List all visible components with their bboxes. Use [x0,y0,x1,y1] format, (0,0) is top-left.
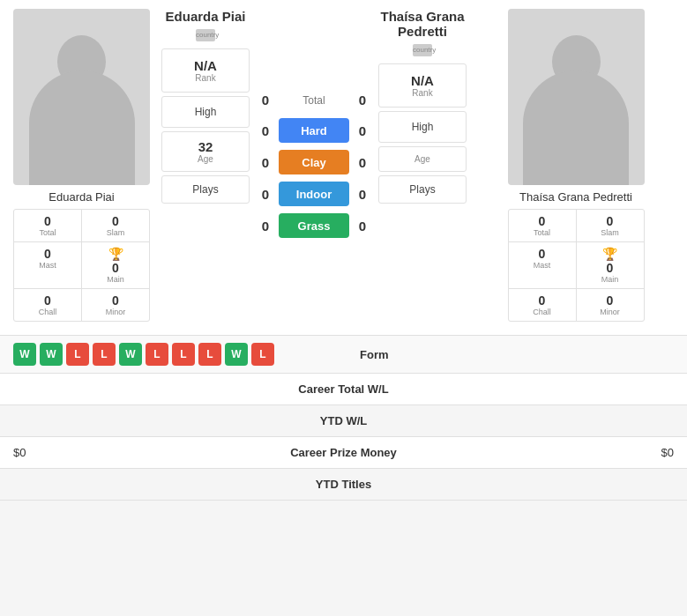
prize-money-row: $0 Career Prize Money $0 [0,437,687,469]
p2-minor-lbl: Minor [579,308,641,316]
indoor-row: 0 Indoor 0 [257,182,371,206]
p2-total-val: 0 [512,214,573,228]
p1-mast-lbl: Mast [17,261,78,270]
p1-mast-val: 0 [17,247,78,261]
grass-row: 0 Grass 0 [257,213,371,238]
p1-slam-cell: 0 Slam [82,210,149,241]
player1-rank-lbl: Rank [167,73,244,83]
player2-photo-col: Thaísa Grana Pedretti 0 Total 0 Slam 0 M… [474,9,678,322]
player1-age-box: 32 Age [161,131,250,172]
career-total-center: Career Total W/L [234,382,454,396]
player-comparison: Eduarda Piai 0 Total 0 Slam 0 Mast 🏆 0 [0,0,687,330]
p2-mast-cell: 0 Mast [509,242,576,288]
p1-slam-val: 0 [85,214,146,228]
player2-plays-box: Plays [378,175,467,204]
clay-row: 0 Clay 0 [257,150,371,174]
form-badge-w: W [40,343,63,366]
player2-rank-box: N/A Rank [378,63,467,108]
p2-mast-lbl: Mast [512,261,573,270]
form-badges: WWLLWLLLWL [13,343,274,366]
player1-rank-box: N/A Rank [161,48,250,93]
p2-total-lbl: Total [512,228,573,237]
player1-name-photo: Eduarda Piai [49,190,114,204]
main-container: Eduarda Piai 0 Total 0 Slam 0 Mast 🏆 0 [0,0,687,501]
p1-mast-cell: 0 Mast [14,242,81,288]
p1-minor-cell: 0 Minor [82,289,149,321]
player1-stats-col: Eduarda Piai country N/A Rank High 32 Ag… [161,9,250,322]
player1-age-lbl: Age [167,154,244,164]
p2-chall-lbl: Chall [512,308,573,316]
player1-flag: country [196,29,215,41]
player1-plays-lbl: Plays [167,183,244,196]
p1-main-lbl: Main [85,275,146,284]
silhouette-body-p1 [29,71,135,185]
form-badge-w: W [225,343,248,366]
p2-slam-lbl: Slam [579,228,641,237]
p2-trophy-cell: 🏆 0 Main [577,242,644,288]
p1-trophy-icon: 🏆 [85,247,146,261]
player2-high-val: High [384,121,461,133]
player2-rank-val: N/A [384,73,461,88]
p1-chall-cell: 0 Chall [14,289,81,321]
grass-badge: Grass [279,213,349,238]
player2-photo [508,9,645,185]
player1-high-val: High [167,106,244,118]
p1-indoor-score: 0 [257,187,274,202]
player2-plays-lbl: Plays [384,183,461,196]
player2-stats-grid: 0 Total 0 Slam 0 Mast 🏆 0 Main 0 [508,209,645,322]
p2-main-val: 0 [579,261,641,275]
form-badge-l: L [172,343,195,366]
p1-total-lbl: Total [17,228,78,237]
p2-clay-score: 0 [354,155,371,170]
player1-plays-box: Plays [161,175,250,204]
p1-grass-score: 0 [257,219,274,234]
p2-chall-cell: 0 Chall [509,289,576,321]
form-label: Form [274,348,474,361]
player1-high-box: High [161,96,250,128]
p1-chall-val: 0 [17,293,78,308]
p2-slam-cell: 0 Slam [577,210,644,241]
indoor-badge: Indoor [279,182,349,206]
form-row: WWLLWLLLWL Form [0,336,687,374]
p2-slam-val: 0 [579,214,641,228]
ytd-titles-row: YTD Titles [0,469,687,501]
p1-main-val: 0 [85,261,146,275]
ytd-titles-center: YTD Titles [234,478,454,491]
p2-total-cell: 0 Total [509,210,576,241]
p1-clay-score: 0 [257,155,274,170]
prize-left: $0 [13,446,234,459]
form-badge-l: L [198,343,221,366]
ytd-wl-row: YTD W/L [0,405,687,437]
form-badge-w: W [13,343,36,366]
bottom-section: WWLLWLLLWL Form Career Total W/L YTD W/L… [0,335,687,501]
player1-photo-col: Eduarda Piai 0 Total 0 Slam 0 Mast 🏆 0 [9,9,154,322]
player2-name-photo: Thaísa Grana Pedretti [519,190,632,204]
p1-total-cell: 0 Total [14,210,81,241]
hard-row: 0 Hard 0 [257,118,371,143]
form-badge-w: W [119,343,142,366]
p2-indoor-score: 0 [354,187,371,202]
p2-mast-val: 0 [512,247,573,261]
p1-total-val: 0 [17,214,78,228]
p2-main-lbl: Main [579,275,641,284]
p1-trophy-cell: 🏆 0 Main [82,242,149,288]
form-badge-l: L [146,343,168,366]
player2-flag: country [413,44,432,56]
player1-country-row: country [161,29,250,41]
form-badge-l: L [251,343,274,366]
hard-badge: Hard [279,118,349,143]
total-surface-row: 0 Total 0 [257,93,371,108]
p1-minor-lbl: Minor [85,308,146,316]
p2-chall-val: 0 [512,293,573,308]
player1-name-top: Eduarda Piai [161,9,250,24]
p2-trophy-icon: 🏆 [579,247,641,261]
player2-high-box: High [378,111,467,143]
player2-name-top: Thaísa Grana Pedretti [378,9,467,39]
clay-badge: Clay [279,150,349,174]
player2-stats-col: Thaísa Grana Pedretti country N/A Rank H… [378,9,467,322]
surface-col: 0 Total 0 0 Hard 0 0 Clay 0 0 Indoor 0 [257,9,371,322]
p2-total-score: 0 [354,93,371,108]
career-total-row: Career Total W/L [0,374,687,405]
player1-age-val: 32 [167,139,244,154]
player1-stats-grid: 0 Total 0 Slam 0 Mast 🏆 0 Main 0 [13,209,150,322]
